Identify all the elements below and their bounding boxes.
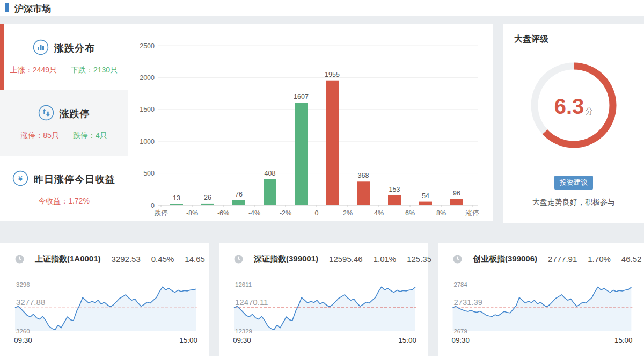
svg-text:0: 0 bbox=[315, 209, 319, 217]
index-intraday-chart: 126111232912470.1109:3015:00 bbox=[219, 274, 428, 354]
clock-icon bbox=[453, 255, 462, 264]
page-title: 沪深市场 bbox=[14, 3, 51, 15]
index-price: 12595.46 bbox=[329, 255, 363, 264]
stat-today-return: 今收益：1.72% bbox=[38, 197, 90, 206]
svg-text:2500: 2500 bbox=[140, 42, 155, 50]
index-change: 125.35 bbox=[407, 255, 431, 264]
svg-text:涨停: 涨停 bbox=[465, 209, 479, 217]
svg-text:26: 26 bbox=[204, 194, 211, 201]
header-accent-bar bbox=[5, 3, 9, 12]
index-intraday-chart: 329632603277.8809:3015:00 bbox=[0, 274, 209, 354]
svg-text:153: 153 bbox=[389, 186, 400, 193]
rating-score: 6.3 bbox=[554, 95, 584, 119]
svg-text:¥: ¥ bbox=[18, 174, 23, 183]
svg-text:-8%: -8% bbox=[186, 209, 198, 217]
svg-text:-2%: -2% bbox=[280, 209, 291, 217]
market-rating-card: 大盘评级 6.3 分 投资建议 大盘走势良好，积极参与 bbox=[503, 24, 644, 223]
sz-index-card[interactable]: 深证指数(399001) 12595.46 1.01% 125.35 12611… bbox=[219, 243, 428, 356]
svg-text:12470.11: 12470.11 bbox=[235, 297, 268, 307]
sidebar-item-label: 涨跌停 bbox=[60, 107, 90, 120]
index-change: 46.52 bbox=[621, 255, 642, 264]
svg-text:408: 408 bbox=[265, 170, 276, 177]
sidebar-item-yesterday-limit-up-return[interactable]: ¥ 昨日涨停今日收益 今收益：1.72% bbox=[0, 156, 128, 221]
index-change-percent: 1.70% bbox=[588, 255, 611, 264]
index-price: 2777.91 bbox=[548, 255, 577, 264]
bar-chart-icon bbox=[33, 39, 49, 57]
stat-advancers-count: 上涨：2449只 bbox=[10, 66, 57, 75]
svg-text:2679: 2679 bbox=[454, 328, 467, 335]
svg-text:76: 76 bbox=[235, 191, 243, 198]
index-change-percent: 0.45% bbox=[151, 255, 174, 264]
market-overview-card: 涨跌分布 上涨：2449只 下跌：2130只 涨跌停 bbox=[0, 24, 493, 221]
svg-text:368: 368 bbox=[358, 172, 369, 179]
svg-text:1955: 1955 bbox=[325, 71, 340, 78]
page-header: 沪深市场 bbox=[0, 0, 644, 16]
stat-limit-up-count: 涨停：85只 bbox=[20, 131, 59, 141]
svg-text:500: 500 bbox=[143, 170, 155, 177]
rating-advice-text: 大盘走势良好，积极参与 bbox=[514, 198, 633, 207]
index-name: 创业板指(399006) bbox=[473, 254, 537, 264]
svg-text:3277.88: 3277.88 bbox=[16, 297, 45, 307]
svg-text:15:00: 15:00 bbox=[614, 336, 632, 344]
svg-text:54: 54 bbox=[422, 192, 429, 200]
index-name: 深证指数(399001) bbox=[254, 254, 318, 264]
up-down-arrows-icon bbox=[38, 105, 54, 123]
index-change-percent: 1.01% bbox=[374, 255, 397, 264]
svg-text:1607: 1607 bbox=[294, 93, 309, 100]
investment-advice-button[interactable]: 投资建议 bbox=[554, 176, 593, 190]
svg-text:6%: 6% bbox=[405, 209, 415, 217]
svg-text:2000: 2000 bbox=[140, 74, 155, 82]
index-name: 上证指数(1A0001) bbox=[35, 254, 101, 264]
svg-text:4%: 4% bbox=[374, 209, 384, 217]
stat-decliners-count: 下跌：2130只 bbox=[71, 66, 118, 75]
rating-gauge: 6.3 分 bbox=[528, 60, 619, 153]
sidebar-item-limit-up-down[interactable]: 涨跌停 涨停：85只 跌停：4只 bbox=[0, 90, 128, 155]
market-sidebar: 涨跌分布 上涨：2449只 下跌：2130只 涨跌停 bbox=[0, 24, 128, 221]
svg-text:09:30: 09:30 bbox=[452, 336, 470, 344]
svg-text:12611: 12611 bbox=[235, 281, 252, 288]
svg-text:-4%: -4% bbox=[248, 209, 260, 217]
index-card-header: 上证指数(1A0001) 3292.53 0.45% 14.65 bbox=[15, 254, 204, 264]
svg-text:8%: 8% bbox=[436, 209, 446, 217]
svg-text:2784: 2784 bbox=[454, 281, 468, 288]
sidebar-item-label: 昨日涨停今日收益 bbox=[34, 173, 115, 186]
index-card-header: 深证指数(399001) 12595.46 1.01% 125.35 bbox=[234, 254, 423, 264]
yen-icon: ¥ bbox=[12, 170, 28, 188]
sidebar-item-label: 涨跌分布 bbox=[54, 42, 95, 55]
index-change: 14.65 bbox=[185, 255, 205, 264]
svg-text:09:30: 09:30 bbox=[14, 336, 32, 344]
sidebar-item-rise-fall-distribution[interactable]: 涨跌分布 上涨：2449只 下跌：2130只 bbox=[0, 24, 128, 90]
index-intraday-chart: 278426792731.3909:3015:00 bbox=[438, 274, 644, 354]
svg-text:15:00: 15:00 bbox=[179, 336, 197, 344]
index-card-header: 创业板指(399006) 2777.91 1.70% 46.52 bbox=[453, 254, 639, 264]
index-price: 3292.53 bbox=[112, 255, 141, 264]
svg-text:15:00: 15:00 bbox=[398, 336, 416, 344]
svg-text:96: 96 bbox=[453, 190, 460, 197]
clock-icon bbox=[234, 255, 243, 264]
clock-icon bbox=[15, 255, 24, 264]
rating-score-box: 6.3 分 bbox=[528, 60, 619, 153]
svg-text:3260: 3260 bbox=[16, 328, 30, 335]
page: 沪深市场 涨跌分布 上涨：2449只 bbox=[0, 0, 644, 356]
stat-limit-down-count: 跌停：4只 bbox=[73, 131, 107, 141]
svg-text:-6%: -6% bbox=[217, 209, 229, 217]
svg-text:1000: 1000 bbox=[140, 138, 155, 146]
svg-text:13: 13 bbox=[173, 194, 180, 202]
svg-text:1500: 1500 bbox=[140, 106, 155, 113]
svg-text:2731.39: 2731.39 bbox=[454, 298, 482, 307]
distribution-chart-area: 05001000150020002500跌停-8%-6%-4%-2%02%4%6… bbox=[128, 24, 493, 221]
sh-index-card[interactable]: 上证指数(1A0001) 3292.53 0.45% 14.65 3296326… bbox=[0, 243, 209, 356]
svg-text:0: 0 bbox=[151, 202, 155, 209]
svg-text:2%: 2% bbox=[343, 209, 353, 217]
svg-text:09:30: 09:30 bbox=[233, 336, 251, 344]
svg-text:3296: 3296 bbox=[16, 281, 30, 288]
cyb-index-card[interactable]: 创业板指(399006) 2777.91 1.70% 46.52 2784267… bbox=[438, 243, 644, 356]
distribution-bar-chart: 05001000150020002500跌停-8%-6%-4%-2%02%4%6… bbox=[128, 24, 493, 221]
rating-card-title: 大盘评级 bbox=[514, 34, 633, 52]
svg-text:跌停: 跌停 bbox=[155, 209, 168, 217]
svg-text:12329: 12329 bbox=[235, 328, 252, 335]
rating-score-unit: 分 bbox=[585, 106, 593, 117]
